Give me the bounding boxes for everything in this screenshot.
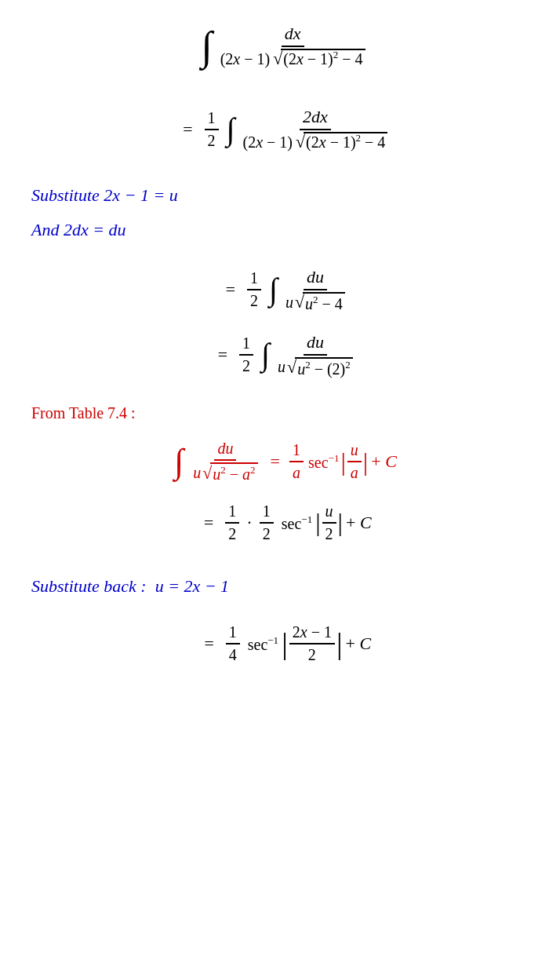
sqrt-content-2: (2x − 1)2 − 4	[304, 132, 387, 151]
fraction-1a: 1 a	[289, 441, 304, 482]
substitute-label: Substitute 2x − 1 = u	[31, 185, 536, 206]
den-1: 2	[205, 130, 219, 150]
sqrt-content-red: u2 − a2	[210, 462, 257, 484]
fraction-red: du u √u2 − a2	[190, 440, 260, 484]
fraction-half-4: 1 2	[225, 502, 239, 543]
integral-sign-1: ∫	[201, 26, 212, 67]
sqrt-content-3: u2 − 4	[303, 292, 345, 313]
fraction-half-3: 1 2	[239, 334, 253, 375]
integral-sign-3: ∫	[269, 274, 278, 305]
fraction-half-2: 1 2	[247, 269, 261, 310]
sec-inv-1: sec−1	[282, 513, 312, 533]
expr-2-block: = 1 2 ∫ 2dx (2x − 1) √(2x − 1)2 − 4	[31, 107, 536, 152]
expr-6-block: = 1 4 sec−1 | 2x − 1 2 | + C	[31, 623, 536, 664]
denominator-2: (2x − 1) √(2x − 1)2 − 4	[239, 130, 391, 152]
num-4: 1	[225, 502, 239, 524]
fraction-2: 2dx (2x − 1) √(2x − 1)2 − 4	[239, 107, 391, 152]
fraction-1: dx (2x − 1) √(2x − 1)2 − 4	[217, 24, 369, 69]
num-2: 1	[247, 269, 261, 290]
integral-sign-2: ∫	[227, 114, 235, 145]
equals-5: =	[203, 634, 215, 654]
den-4: 2	[225, 524, 239, 543]
denominator-1: (2x − 1) √(2x − 1)2 − 4	[217, 47, 369, 69]
fraction-half-5: 1 2	[260, 502, 274, 543]
den-6: 4	[226, 644, 240, 664]
table-formula-block: ∫ du u √u2 − a2 = 1 a sec−1 | u a | + C	[31, 440, 536, 484]
equals-3: =	[216, 345, 228, 365]
fraction-4: du u √u2 − (2)2	[275, 332, 356, 378]
and-label: And 2dx = du	[31, 220, 536, 240]
num-1: 1	[205, 109, 219, 130]
sqrt-content-4: u2 − (2)2	[295, 357, 353, 378]
page-content: ∫ dx (2x − 1) √(2x − 1)2 − 4 = 1 2 ∫ 2dx…	[24, 24, 536, 664]
integral-sign-red: ∫	[174, 444, 184, 479]
den-red: u √u2 − a2	[190, 461, 260, 484]
fraction-quarter: 1 4	[226, 623, 240, 664]
numerator-4: du	[304, 332, 327, 356]
expr-5-block: = 1 2 · 1 2 sec−1 | u 2 | + C	[31, 502, 536, 543]
num-5: 1	[260, 502, 274, 524]
num-6: 1	[226, 623, 240, 644]
numerator-1: dx	[282, 24, 304, 47]
expr-1: ∫ dx (2x − 1) √(2x − 1)2 − 4	[31, 24, 536, 69]
from-table-label: From Table 7.4 :	[31, 404, 536, 422]
integral-sign-4: ∫	[261, 339, 270, 371]
numerator-3: du	[304, 267, 327, 290]
fraction-half-1: 1 2	[205, 109, 219, 150]
equals-4: =	[202, 513, 214, 533]
fraction-2x1-2: 2x − 1 2	[289, 623, 335, 664]
sqrt-content-1: (2x − 1)2 − 4	[281, 49, 365, 68]
den-2: 2	[247, 290, 261, 310]
fraction-3: du u √u2 − 4	[282, 267, 348, 313]
numerator-2: 2dx	[300, 107, 331, 130]
den-3: 2	[239, 356, 253, 375]
fraction-ua: u a	[347, 441, 362, 482]
expr-4-block: = 1 2 ∫ du u √u2 − (2)2	[31, 332, 536, 378]
substitute-back-label: Substitute back : u = 2x − 1	[31, 576, 536, 597]
sec-inv-2: sec−1	[248, 634, 278, 654]
sec-inv-red: sec−1	[308, 452, 339, 472]
expr-3-block: = 1 2 ∫ du u √u2 − 4	[31, 267, 536, 313]
den-5: 2	[260, 524, 274, 543]
equals-2: =	[224, 279, 236, 300]
denominator-3: u √u2 − 4	[282, 290, 348, 313]
denominator-4: u √u2 − (2)2	[275, 356, 356, 378]
fraction-u2: u 2	[322, 502, 336, 543]
num-red: du	[214, 440, 236, 461]
equals-1: =	[182, 119, 194, 140]
num-3: 1	[239, 334, 253, 356]
